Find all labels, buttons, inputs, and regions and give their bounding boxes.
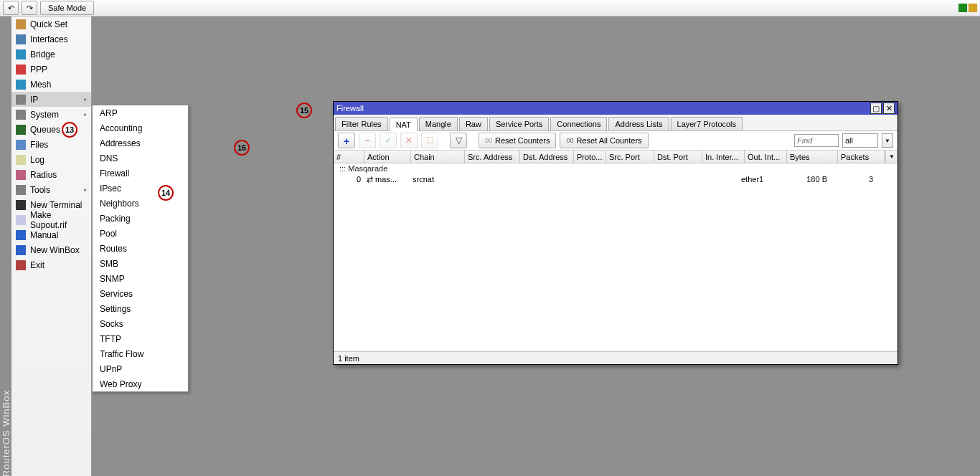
reset-counters-button[interactable]: 00Reset Counters [479,133,556,148]
sidebar-icon [16,110,26,120]
sidebar-item-files[interactable]: Files [11,137,91,152]
sidebar-item-tools[interactable]: Tools▸ [11,182,91,197]
sidebar-item-interfaces[interactable]: Interfaces [11,32,91,47]
toolbar-status [958,4,977,12]
column-header[interactable]: Packets [838,151,885,163]
column-header[interactable]: Dst. Address [520,151,574,163]
sidebar-item-system[interactable]: System▸ [11,107,91,122]
sidebar-label: PPP [30,65,87,75]
undo-icon: ↶ [8,4,14,13]
window-toolbar: + − ✓ ✕ ☐ ▽ 00Reset Counters 00Reset All… [334,131,897,151]
safe-mode-button[interactable]: Safe Mode [40,1,94,15]
window-title: Firewall [336,104,869,113]
tab-raw[interactable]: Raw [459,117,488,130]
grid-body: ::: Masqarade 0⇄ mas...srcnatether1180 B… [334,163,897,185]
sidebar-label: System [30,110,80,120]
sidebar-icon [16,185,26,195]
sidebar-item-ppp[interactable]: PPP [11,62,91,77]
sidebar-item-make-supout-rif[interactable]: Make Supout.rif [11,212,91,227]
submenu-item-neighbors[interactable]: Neighbors [93,196,188,211]
chevron-right-icon: ▸ [84,186,87,193]
submenu-item-accounting[interactable]: Accounting [93,120,188,135]
submenu-item-ipsec[interactable]: IPsec [93,181,188,196]
sidebar-item-quick-set[interactable]: Quick Set [11,16,91,32]
sidebar-label: New WinBox [30,245,87,255]
tab-layer7-protocols[interactable]: Layer7 Protocols [671,117,743,130]
columns-dropdown[interactable]: ▼ [885,151,897,163]
sidebar-icon [16,260,26,270]
window-titlebar[interactable]: Firewall ▢ ✕ [334,102,897,115]
filter-select[interactable] [842,133,878,148]
column-header[interactable]: In. Inter... [702,151,745,163]
remove-button[interactable]: − [359,133,376,148]
cell: 0 [334,175,364,184]
add-button[interactable]: + [338,133,355,148]
submenu-item-traffic-flow[interactable]: Traffic Flow [93,346,188,361]
column-header[interactable]: Chain [411,151,465,163]
sidebar-item-radius[interactable]: Radius [11,167,91,182]
column-header[interactable]: Action [364,151,411,163]
submenu-item-arp[interactable]: ARP [93,105,188,120]
sidebar-item-bridge[interactable]: Bridge [11,47,91,62]
redo-button[interactable]: ↷ [22,1,37,15]
sidebar-icon [16,49,26,60]
submenu-item-services[interactable]: Services [93,286,188,301]
sidebar-item-exit[interactable]: Exit [11,257,91,272]
redo-icon: ↷ [27,4,33,13]
column-header[interactable]: Proto... [574,151,606,163]
column-header[interactable]: Dst. Port [654,151,702,163]
sidebar-label: IP [30,95,80,105]
submenu-item-snmp[interactable]: SNMP [93,271,188,286]
column-header[interactable]: Bytes [787,151,838,163]
rule-row[interactable]: 0⇄ mas...srcnatether1180 B3 [334,173,897,185]
comment-button[interactable]: ☐ [421,133,438,148]
filter-dropdown-button[interactable]: ▼ [882,133,893,148]
tab-nat[interactable]: NAT [390,118,418,131]
column-header[interactable]: Out. Int... [745,151,787,163]
tab-filter-rules[interactable]: Filter Rules [335,117,388,130]
sidebar-label: Manual [30,230,87,240]
sidebar-item-queues[interactable]: Queues [11,122,91,137]
submenu-item-addresses[interactable]: Addresses [93,135,188,151]
sidebar-icon [16,80,26,90]
sidebar-icon [16,95,26,105]
close-button[interactable]: ✕ [883,103,895,114]
column-header[interactable]: Src. Port [606,151,654,163]
tab-connections[interactable]: Connections [550,117,607,130]
submenu-item-socks[interactable]: Socks [93,316,188,331]
find-input[interactable] [794,134,839,147]
sidebar-item-log[interactable]: Log [11,152,91,167]
submenu-item-web-proxy[interactable]: Web Proxy [93,376,188,391]
sidebar-item-ip[interactable]: IP▸ [11,92,91,107]
tab-mangle[interactable]: Mangle [419,117,458,130]
minimize-button[interactable]: ▢ [870,103,882,114]
disable-button[interactable]: ✕ [400,133,418,148]
filter-button[interactable]: ▽ [450,133,467,148]
enable-button[interactable]: ✓ [380,133,397,148]
sidebar-item-manual[interactable]: Manual [11,227,91,242]
app-title-bar: RouterOS WinBox [0,16,11,476]
tab-address-lists[interactable]: Address Lists [608,117,669,130]
submenu-item-packing[interactable]: Packing [93,211,188,226]
column-header[interactable]: # [334,151,364,163]
sidebar-label: Files [30,140,87,150]
submenu-item-pool[interactable]: Pool [93,226,188,241]
submenu-item-upnp[interactable]: UPnP [93,361,188,376]
submenu-item-dns[interactable]: DNS [93,151,188,166]
submenu-item-tftp[interactable]: TFTP [93,331,188,346]
undo-button[interactable]: ↶ [3,1,19,15]
tab-service-ports[interactable]: Service Ports [489,117,549,130]
column-header[interactable]: Src. Address [465,151,520,163]
sidebar-label: New Terminal [30,200,87,210]
sidebar-item-new-winbox[interactable]: New WinBox [11,242,91,257]
submenu-item-smb[interactable]: SMB [93,256,188,271]
lock-icon [969,4,977,12]
submenu-item-settings[interactable]: Settings [93,301,188,316]
reset-all-counters-button[interactable]: 00Reset All Counters [560,133,648,148]
sidebar-item-mesh[interactable]: Mesh [11,77,91,92]
x-icon: ✕ [405,135,413,146]
submenu-item-routes[interactable]: Routes [93,241,188,256]
submenu-item-firewall[interactable]: Firewall [93,166,188,181]
ip-submenu: ARPAccountingAddressesDNSFirewallIPsecNe… [92,105,189,392]
cell: srcnat [410,175,463,184]
